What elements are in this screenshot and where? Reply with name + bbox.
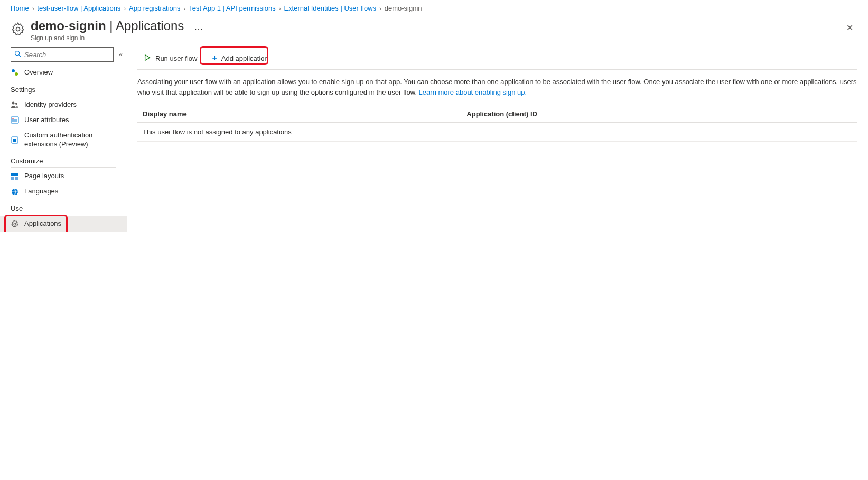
breadcrumb-item-3[interactable]: Test App 1 | API permissions bbox=[189, 4, 276, 12]
chevron-right-icon: › bbox=[32, 5, 34, 12]
svg-point-6 bbox=[15, 103, 17, 105]
toolbar: Run user flow + Add application bbox=[137, 47, 857, 70]
sidebar-group-use: Use bbox=[0, 199, 127, 215]
toolbar-button-label: Run user flow bbox=[155, 54, 197, 62]
svg-rect-12 bbox=[13, 139, 16, 142]
sidebar-item-custom-auth[interactable]: Custom authentication extensions (Previe… bbox=[0, 128, 127, 152]
sidebar: « Overview Settings Identity providers U… bbox=[0, 47, 127, 232]
sidebar-item-page-layouts[interactable]: Page layouts bbox=[0, 169, 127, 184]
layout-icon bbox=[11, 172, 19, 181]
svg-point-0 bbox=[16, 27, 20, 31]
main-content: Run user flow + Add application Associat… bbox=[127, 47, 868, 232]
page-title-rest: | Applications bbox=[106, 19, 184, 33]
plus-icon: + bbox=[212, 53, 217, 63]
table-empty-message: This user flow is not assigned to any ap… bbox=[137, 123, 857, 142]
applications-table: Display name Application (client) ID Thi… bbox=[137, 106, 857, 142]
breadcrumb-item-2[interactable]: App registrations bbox=[129, 4, 181, 12]
overview-icon bbox=[11, 68, 19, 77]
play-icon bbox=[144, 54, 151, 63]
divider bbox=[11, 215, 116, 215]
sidebar-group-settings: Settings bbox=[0, 80, 127, 96]
learn-more-link[interactable]: Learn more about enabling sign up. bbox=[419, 88, 527, 96]
divider bbox=[11, 167, 116, 168]
breadcrumb: Home › test-user-flow | Applications › A… bbox=[0, 0, 868, 16]
divider bbox=[11, 96, 116, 96]
sidebar-item-label: Applications bbox=[24, 219, 116, 228]
description-text: Associating your user flow with an appli… bbox=[137, 77, 857, 97]
gear-icon bbox=[11, 220, 19, 228]
table-header-app-id[interactable]: Application (client) ID bbox=[461, 106, 857, 123]
people-icon bbox=[11, 100, 19, 109]
sidebar-item-label: Page layouts bbox=[24, 172, 116, 181]
breadcrumb-current: demo-signin bbox=[385, 4, 422, 12]
sidebar-item-identity-providers[interactable]: Identity providers bbox=[0, 97, 127, 113]
table-row-empty: This user flow is not assigned to any ap… bbox=[137, 123, 857, 142]
chevron-right-icon: › bbox=[279, 5, 281, 12]
gear-icon bbox=[11, 22, 25, 36]
svg-marker-18 bbox=[145, 54, 150, 60]
sidebar-item-applications[interactable]: Applications bbox=[0, 216, 127, 232]
chevron-right-icon: › bbox=[379, 5, 381, 12]
svg-point-4 bbox=[15, 72, 18, 76]
extension-icon bbox=[11, 136, 19, 144]
search-box[interactable] bbox=[11, 47, 114, 62]
sidebar-item-overview[interactable]: Overview bbox=[0, 65, 127, 80]
close-button[interactable]: ✕ bbox=[842, 19, 857, 37]
run-user-flow-button[interactable]: Run user flow bbox=[137, 51, 203, 66]
svg-point-3 bbox=[12, 69, 15, 72]
form-icon bbox=[11, 116, 19, 124]
sidebar-item-label: Languages bbox=[24, 187, 116, 196]
chevron-right-icon: › bbox=[184, 5, 186, 12]
svg-point-17 bbox=[14, 223, 16, 225]
page-title-strong: demo-signin bbox=[31, 19, 106, 33]
globe-icon bbox=[11, 188, 19, 196]
sidebar-item-label: Custom authentication extensions (Previe… bbox=[24, 131, 116, 149]
search-input[interactable] bbox=[23, 50, 110, 59]
sidebar-item-label: User attributes bbox=[24, 116, 116, 125]
svg-rect-15 bbox=[15, 177, 18, 180]
breadcrumb-home[interactable]: Home bbox=[11, 4, 29, 12]
svg-rect-13 bbox=[11, 173, 18, 176]
breadcrumb-item-4[interactable]: External Identities | User flows bbox=[284, 4, 376, 12]
svg-point-5 bbox=[12, 102, 15, 105]
page-subtitle: Sign up and sign in bbox=[31, 34, 842, 42]
svg-line-2 bbox=[19, 55, 21, 57]
sidebar-item-label: Overview bbox=[24, 68, 116, 77]
page-title: demo-signin | Applications … bbox=[31, 19, 842, 33]
chevron-right-icon: › bbox=[124, 5, 126, 12]
more-button[interactable]: … bbox=[194, 22, 204, 32]
table-header-display-name[interactable]: Display name bbox=[137, 106, 461, 123]
sidebar-item-label: Identity providers bbox=[24, 100, 116, 109]
sidebar-item-languages[interactable]: Languages bbox=[0, 184, 127, 199]
toolbar-button-label: Add application bbox=[221, 54, 268, 62]
page-header: demo-signin | Applications … Sign up and… bbox=[0, 16, 868, 47]
svg-rect-14 bbox=[11, 177, 14, 180]
sidebar-group-customize: Customize bbox=[0, 152, 127, 167]
search-icon bbox=[14, 50, 21, 59]
collapse-sidebar-button[interactable]: « bbox=[119, 51, 123, 58]
breadcrumb-item-1[interactable]: test-user-flow | Applications bbox=[37, 4, 120, 12]
sidebar-item-user-attributes[interactable]: User attributes bbox=[0, 113, 127, 128]
svg-point-1 bbox=[15, 51, 20, 56]
add-application-button[interactable]: + Add application bbox=[206, 50, 274, 66]
